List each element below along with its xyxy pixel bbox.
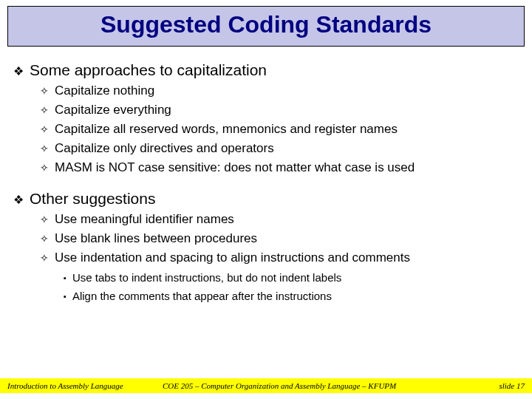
list-item: ✧ Capitalize only directives and operato…: [40, 141, 519, 156]
item-text: Capitalize all reserved words, mnemonics…: [55, 122, 398, 137]
sub-item-text: Align the comments that appear after the…: [72, 290, 332, 302]
diamond-open-bullet-icon: ✧: [40, 252, 49, 264]
section-heading: ❖ Other suggestions: [13, 190, 519, 208]
list-item: ✧ Use indentation and spacing to align i…: [40, 250, 519, 265]
slide-content: ❖ Some approaches to capitalization ✧ Ca…: [0, 47, 532, 302]
sub-list-item: ▪ Use tabs to indent instructions, but d…: [64, 271, 519, 284]
list-item: ✧ Capitalize nothing: [40, 83, 519, 98]
item-text: Capitalize only directives and operators: [55, 141, 274, 156]
diamond-open-bullet-icon: ✧: [40, 214, 49, 225]
list-item: ✧ Use meaningful identifier names: [40, 212, 519, 227]
section-heading: ❖ Some approaches to capitalization: [13, 61, 519, 79]
diamond-open-bullet-icon: ✧: [40, 104, 49, 116]
list-item: ✧ Capitalize everything: [40, 103, 519, 117]
item-text: Use indentation and spacing to align ins…: [55, 250, 410, 265]
diamond-open-bullet-icon: ✧: [40, 123, 49, 135]
diamond-bullet-icon: ❖: [13, 64, 24, 78]
item-text: MASM is NOT case sensitive: does not mat…: [55, 160, 415, 175]
diamond-open-bullet-icon: ✧: [40, 162, 49, 174]
diamond-open-bullet-icon: ✧: [40, 233, 49, 245]
footer-left: Introduction to Assembly Language: [7, 381, 163, 390]
title-bar: Suggested Coding Standards: [7, 6, 525, 47]
sub-item-text: Use tabs to indent instructions, but do …: [72, 271, 341, 284]
section-text: Other suggestions: [30, 190, 155, 208]
list-item: ✧ Use blank lines between procedures: [40, 231, 519, 246]
item-text: Capitalize everything: [55, 103, 171, 117]
diamond-open-bullet-icon: ✧: [40, 143, 49, 154]
sub-list-item: ▪ Align the comments that appear after t…: [64, 290, 519, 302]
footer-center: COE 205 – Computer Organization and Asse…: [163, 381, 480, 390]
section-text: Some approaches to capitalization: [30, 61, 267, 79]
footer-right: slide 17: [480, 381, 525, 390]
item-text: Use blank lines between procedures: [55, 231, 257, 246]
item-text: Use meaningful identifier names: [55, 212, 234, 227]
diamond-open-bullet-icon: ✧: [40, 85, 49, 97]
diamond-bullet-icon: ❖: [13, 193, 24, 207]
square-bullet-icon: ▪: [64, 273, 66, 282]
slide-title: Suggested Coding Standards: [8, 11, 524, 38]
list-item: ✧ Capitalize all reserved words, mnemoni…: [40, 122, 519, 137]
item-text: Capitalize nothing: [55, 83, 154, 98]
slide-footer: Introduction to Assembly Language COE 20…: [0, 378, 532, 393]
list-item: ✧ MASM is NOT case sensitive: does not m…: [40, 160, 519, 175]
square-bullet-icon: ▪: [64, 292, 66, 301]
